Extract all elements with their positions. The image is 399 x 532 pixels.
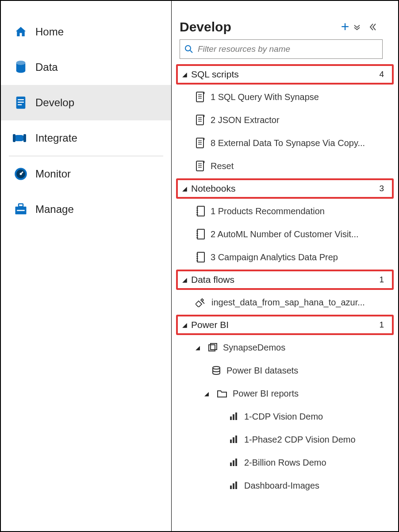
- dataflow-icon: [196, 297, 206, 307]
- svg-rect-7: [13, 134, 15, 142]
- item-label: SynapseDemos: [223, 343, 285, 353]
- collapse-panel-button[interactable]: [368, 23, 383, 31]
- svg-rect-5: [18, 104, 22, 105]
- section-label: Notebooks: [191, 183, 379, 194]
- item-label: Power BI reports: [233, 389, 299, 399]
- svg-rect-43: [197, 252, 204, 262]
- item-label: 1 Products Recommendation: [211, 206, 325, 216]
- section-notebooks[interactable]: ◢ Notebooks 3: [176, 178, 394, 199]
- svg-rect-54: [235, 412, 237, 420]
- nav-manage[interactable]: Manage: [1, 192, 171, 227]
- pbi-report-item[interactable]: 1-CDP Vision Demo: [177, 405, 393, 428]
- pbi-workspace[interactable]: ◢ SynapseDemos: [177, 336, 393, 359]
- nav-integrate-label: Integrate: [35, 132, 77, 144]
- svg-rect-38: [197, 229, 204, 239]
- document-icon: [11, 96, 31, 110]
- section-data-flows[interactable]: ◢ Data flows 1: [176, 270, 394, 290]
- develop-panel: Develop + ◢ SQL scripts 4 1 SQL Query Wi…: [171, 1, 398, 531]
- filter-input[interactable]: [198, 44, 378, 54]
- nav-home[interactable]: Home: [1, 14, 171, 50]
- nav-home-label: Home: [35, 26, 64, 38]
- svg-point-11: [20, 173, 22, 175]
- caret-down-icon: ◢: [204, 390, 211, 397]
- pbi-report-item[interactable]: 2-Billion Rows Demo: [177, 451, 393, 474]
- pbi-report-item[interactable]: Dashboard-Images: [177, 474, 393, 497]
- svg-rect-25: [196, 138, 203, 148]
- report-icon: [229, 435, 239, 444]
- section-count: 3: [379, 184, 384, 193]
- database-icon: [11, 60, 31, 74]
- notebook-item[interactable]: 2 AutoML Number of Customer Visit...: [177, 223, 393, 246]
- notebook-item[interactable]: 3 Campaign Analytics Data Prep: [177, 246, 393, 269]
- pbi-reports-folder[interactable]: ◢ Power BI reports: [177, 382, 393, 405]
- item-label: 2 JSON Extractor: [211, 115, 280, 125]
- section-sql-scripts[interactable]: ◢ SQL scripts 4: [176, 64, 394, 85]
- svg-rect-53: [233, 414, 234, 420]
- notebook-item[interactable]: 1 Products Recommendation: [177, 200, 393, 223]
- home-icon: [11, 25, 31, 39]
- datasets-icon: [211, 366, 221, 375]
- svg-rect-17: [196, 92, 203, 102]
- item-label: 1-Phase2 CDP Vision Demo: [244, 435, 356, 445]
- script-icon: [196, 160, 205, 172]
- item-label: 2 AutoML Number of Customer Visit...: [211, 229, 359, 239]
- panel-header: Develop +: [172, 11, 398, 39]
- svg-rect-63: [235, 482, 237, 489]
- add-button[interactable]: +: [338, 19, 353, 35]
- item-label: 2-Billion Rows Demo: [244, 458, 326, 468]
- svg-rect-3: [18, 99, 24, 100]
- filter-box[interactable]: [180, 39, 383, 59]
- pbi-report-item[interactable]: 1-Phase2 CDP Vision Demo: [177, 428, 393, 451]
- section-label: SQL scripts: [191, 69, 379, 80]
- script-icon: [196, 91, 205, 103]
- svg-rect-62: [233, 483, 234, 489]
- report-icon: [229, 412, 239, 421]
- svg-rect-57: [235, 436, 237, 443]
- svg-rect-48: [196, 301, 202, 307]
- notebook-icon: [196, 228, 205, 240]
- report-icon: [229, 458, 239, 467]
- nav-data-label: Data: [35, 61, 58, 73]
- svg-rect-21: [196, 115, 203, 125]
- section-label: Data flows: [191, 274, 379, 285]
- section-label: Power BI: [191, 320, 379, 330]
- sql-item[interactable]: 8 External Data To Synapse Via Copy...: [177, 131, 393, 154]
- svg-rect-59: [233, 460, 234, 466]
- svg-rect-14: [17, 210, 25, 211]
- svg-rect-61: [230, 486, 232, 489]
- notebook-icon: [196, 205, 205, 217]
- search-icon: [184, 45, 193, 54]
- nav-integrate[interactable]: Integrate: [1, 120, 171, 156]
- toolbar-fragment: [172, 1, 398, 11]
- caret-down-icon: ◢: [182, 321, 191, 328]
- left-sidebar: Home Data Develop Integrate Monitor Mana…: [1, 1, 171, 531]
- caret-down-icon: ◢: [182, 276, 191, 283]
- section-power-bi[interactable]: ◢ Power BI 1: [176, 315, 394, 335]
- script-icon: [196, 137, 205, 149]
- svg-line-16: [190, 50, 192, 53]
- svg-rect-52: [230, 416, 232, 420]
- script-icon: [196, 114, 205, 126]
- nav-develop[interactable]: Develop: [1, 85, 171, 120]
- svg-rect-55: [230, 439, 232, 443]
- item-label: 8 External Data To Synapse Via Copy...: [211, 138, 365, 148]
- report-icon: [229, 481, 239, 490]
- workspace-icon: [208, 343, 218, 352]
- pbi-datasets[interactable]: Power BI datasets: [177, 359, 393, 382]
- sql-item[interactable]: 1 SQL Query With Synapse: [177, 85, 393, 108]
- section-count: 4: [379, 69, 384, 79]
- section-count: 1: [379, 320, 384, 330]
- item-label: 3 Campaign Analytics Data Prep: [211, 252, 338, 262]
- svg-rect-58: [230, 463, 232, 466]
- dataflow-item[interactable]: ingest_data_from_sap_hana_to_azur...: [177, 291, 393, 314]
- nav-monitor[interactable]: Monitor: [1, 156, 171, 192]
- expand-all-button[interactable]: [353, 23, 368, 31]
- item-label: 1-CDP Vision Demo: [244, 412, 323, 422]
- nav-data[interactable]: Data: [1, 50, 171, 85]
- folder-icon: [217, 389, 227, 398]
- nav-manage-label: Manage: [35, 203, 74, 216]
- sql-item[interactable]: 2 JSON Extractor: [177, 108, 393, 131]
- caret-down-icon: ◢: [182, 185, 191, 192]
- panel-title: Develop: [180, 19, 338, 35]
- sql-item[interactable]: Reset: [177, 154, 393, 177]
